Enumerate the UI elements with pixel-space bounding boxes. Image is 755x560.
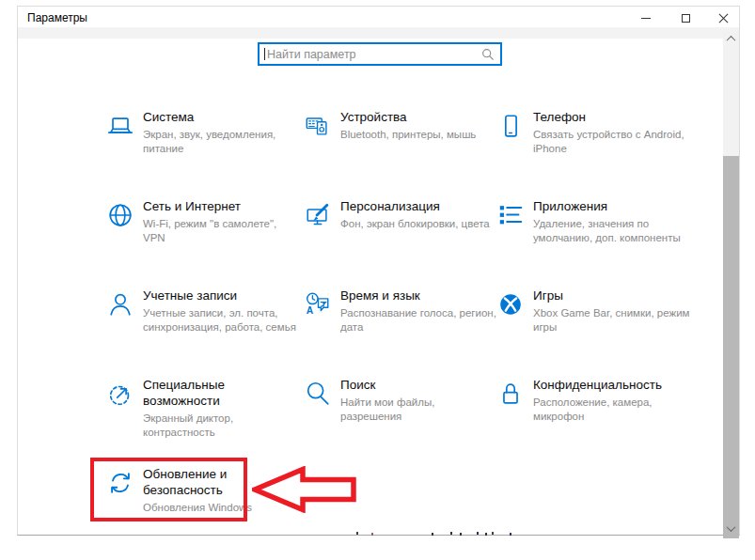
- tile-phone[interactable]: Телефон Связать устройство с Android, iP…: [496, 109, 691, 156]
- accessibility-icon: [106, 380, 134, 408]
- scrollbar-down-icon[interactable]: [723, 521, 739, 536]
- tile-personalization[interactable]: Персонализация Фон, экран блокировки, цв…: [304, 198, 490, 231]
- tile-title: Обновление и безопасность: [143, 466, 293, 498]
- globe-icon: [106, 201, 134, 229]
- lock-icon: [496, 380, 525, 408]
- tile-subtitle: Учетные записи, эл. почта, синхронизация…: [143, 306, 301, 334]
- settings-search-box: [258, 42, 502, 66]
- phone-icon: [496, 112, 525, 140]
- tile-search[interactable]: Поиск Найти мои файлы, разрешения: [304, 377, 498, 424]
- personalization-icon: [304, 201, 332, 229]
- search-icon: [481, 48, 495, 61]
- svg-text:A: A: [307, 305, 314, 316]
- person-icon: [106, 290, 134, 319]
- tile-subtitle: Xbox Game Bar, снимки, режим игры: [533, 306, 691, 334]
- tile-title: Приложения: [533, 198, 684, 214]
- tile-accounts[interactable]: Учетные записи Учетные записи, эл. почта…: [106, 288, 301, 334]
- close-button[interactable]: [709, 8, 737, 27]
- titlebar-divider: [18, 27, 739, 39]
- tile-subtitle: Обновления Windows: [143, 501, 293, 515]
- scrollbar-thumb[interactable]: [723, 156, 739, 538]
- clipped-content-artifact: [356, 532, 358, 535]
- scrollbar[interactable]: [723, 32, 739, 536]
- minimize-icon: [641, 18, 651, 19]
- tile-title: Время и язык: [340, 288, 491, 303]
- tile-system[interactable]: Система Экран, звук, уведомления, питани…: [106, 109, 301, 156]
- tile-subtitle: Экранный диктор, контрастность: [143, 412, 301, 440]
- search-input[interactable]: [265, 48, 481, 61]
- tile-title: Специальные возможности: [143, 377, 293, 409]
- tile-title: Учетные записи: [143, 288, 293, 303]
- title-bar: Параметры: [18, 7, 739, 27]
- tile-subtitle: Wi-Fi, режим "в самолете", VPN: [143, 217, 301, 245]
- tile-gaming[interactable]: Игры Xbox Game Bar, снимки, режим игры: [496, 288, 691, 334]
- tile-title: Сеть и Интернет: [143, 198, 293, 214]
- xbox-icon: [496, 290, 525, 319]
- tile-title: Поиск: [340, 377, 491, 393]
- tile-apps[interactable]: Приложения Удаление, значения по умолчан…: [496, 198, 691, 245]
- tile-devices[interactable]: Устройства Bluetooth, принтеры, мышь: [304, 109, 476, 142]
- tile-subtitle: Найти мои файлы, разрешения: [340, 396, 498, 424]
- tile-subtitle: Фон, экран блокировки, цвета: [340, 217, 490, 231]
- maximize-button[interactable]: [671, 8, 700, 27]
- tile-subtitle: Удаление, значения по умолчанию, доп. ко…: [533, 217, 691, 245]
- tile-title: Персонализация: [340, 198, 490, 214]
- maximize-icon: [682, 14, 690, 23]
- close-icon: [718, 13, 729, 23]
- sync-icon: [106, 469, 134, 497]
- tile-time-language[interactable]: A Время и язык Распознавание голоса, рег…: [304, 288, 498, 334]
- tile-title: Конфиденциальность: [533, 377, 684, 393]
- time-language-icon: A: [304, 290, 332, 319]
- tile-title: Система: [143, 109, 293, 125]
- tile-update-security[interactable]: Обновление и безопасность Обновления Win…: [106, 466, 293, 515]
- magnifier-icon: [304, 380, 332, 408]
- tile-subtitle: Связать устройство с Android, iPhone: [533, 128, 691, 156]
- tile-ease-of-access[interactable]: Специальные возможности Экранный диктор,…: [106, 377, 301, 440]
- tile-subtitle: Расположение, камера, микрофон: [533, 396, 691, 424]
- tile-subtitle: Bluetooth, принтеры, мышь: [340, 128, 476, 142]
- apps-list-icon: [496, 201, 525, 229]
- devices-icon: [304, 112, 332, 140]
- window-title: Параметры: [27, 11, 87, 24]
- settings-window: Параметры Система Экран, звук, уведомлен…: [17, 6, 740, 536]
- laptop-icon: [106, 112, 134, 140]
- tile-privacy[interactable]: Конфиденциальность Расположение, камера,…: [496, 377, 691, 424]
- tile-title: Устройства: [340, 109, 476, 125]
- tile-subtitle: Распознавание голоса, регион, дата: [340, 306, 498, 334]
- scrollbar-up-icon[interactable]: [723, 32, 739, 46]
- tile-title: Телефон: [533, 109, 684, 125]
- tile-title: Игры: [533, 288, 684, 303]
- minimize-button[interactable]: [632, 8, 660, 27]
- tile-network[interactable]: Сеть и Интернет Wi-Fi, режим "в самолете…: [106, 198, 301, 245]
- tile-subtitle: Экран, звук, уведомления, питание: [143, 128, 301, 156]
